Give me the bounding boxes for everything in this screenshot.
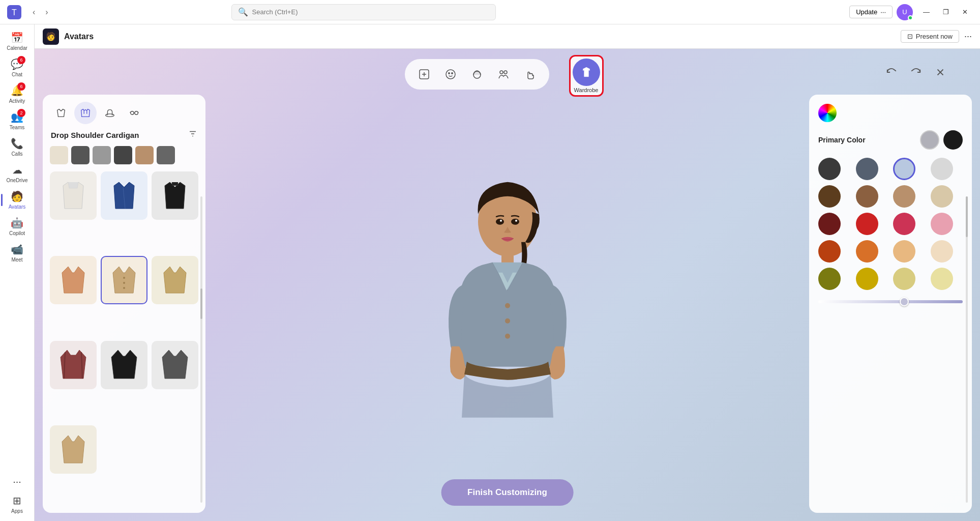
toolbar-hair[interactable] (466, 63, 488, 85)
svg-point-4 (448, 73, 449, 74)
sidebar-label-calendar: Calendar (7, 45, 27, 51)
sidebar-item-chat[interactable]: 💬 6 Chat (3, 55, 32, 80)
avatars-icon: 🧑 (11, 190, 23, 202)
toolbar-gesture[interactable] (519, 63, 541, 85)
wardrobe-tab-hat[interactable] (99, 102, 121, 124)
title-bar: T ‹ › 🔍 Update ··· U — ❐ ✕ (0, 0, 980, 24)
toolbar-avatar-select[interactable] (413, 63, 435, 85)
finish-customizing-button[interactable]: Finish Customizing (441, 479, 574, 506)
color-slate[interactable] (856, 158, 878, 180)
clothing-item-10[interactable] (50, 425, 97, 474)
minimize-button[interactable]: — (917, 6, 936, 18)
color-peach[interactable] (893, 240, 915, 263)
page-more-button[interactable]: ··· (964, 31, 972, 42)
color-crimson[interactable] (893, 213, 915, 235)
color-dark-brown[interactable] (818, 185, 841, 208)
wardrobe-tab-jacket[interactable] (74, 102, 97, 124)
panel-scrollbar[interactable] (966, 196, 968, 503)
edit-controls (882, 63, 949, 81)
wardrobe-header: Drop Shoulder Cardigan (43, 124, 205, 144)
color-light-peach[interactable] (931, 240, 953, 263)
sidebar-item-more[interactable]: ··· (3, 473, 32, 490)
content-area: 🧑 Avatars ⊡ Present now ··· (35, 24, 980, 521)
clothing-item-2[interactable] (101, 171, 147, 220)
color-light-gray[interactable] (931, 158, 953, 180)
strip-item-5[interactable] (135, 146, 154, 164)
clothing-item-4[interactable] (50, 256, 97, 304)
sidebar-label-calls: Calls (11, 151, 22, 157)
toolbar-face[interactable] (439, 63, 462, 85)
clothing-item-7[interactable] (50, 341, 97, 389)
clothing-item-5[interactable] (101, 256, 147, 304)
sidebar-item-avatars[interactable]: 🧑 Avatars (3, 187, 32, 213)
wardrobe-scrollbar[interactable] (200, 196, 202, 503)
undo-button[interactable] (882, 63, 901, 81)
onedrive-icon: ☁ (12, 164, 22, 176)
clothing-item-9[interactable] (152, 341, 198, 389)
panel-scrollbar-thumb[interactable] (966, 196, 968, 237)
sidebar-item-calendar[interactable]: 📅 Calendar (3, 28, 32, 54)
toolbar-wardrobe-button[interactable] (573, 59, 600, 86)
main-layout: 📅 Calendar 💬 6 Chat 🔔 6 Activity 👥 2 Tea… (0, 24, 980, 521)
color-tan[interactable] (931, 185, 953, 208)
color-pink[interactable] (931, 213, 953, 235)
swatch-gray[interactable] (920, 130, 939, 150)
sidebar-item-teams[interactable]: 👥 2 Teams (3, 108, 32, 133)
strip-item-1[interactable] (50, 146, 68, 164)
color-dark-yellow[interactable] (818, 268, 841, 290)
svg-text:T: T (12, 8, 17, 17)
clothing-item-6[interactable] (152, 256, 198, 304)
sidebar-item-activity[interactable]: 🔔 6 Activity (3, 81, 32, 107)
primary-color-label: Primary Color (818, 136, 866, 144)
color-cream[interactable] (931, 268, 953, 290)
clothing-item-8[interactable] (101, 341, 147, 389)
sidebar-item-calls[interactable]: 📞 Calls (3, 134, 32, 160)
update-button[interactable]: Update ··· (849, 6, 893, 18)
swatch-black[interactable] (943, 130, 963, 150)
wardrobe-tab-top[interactable] (50, 102, 72, 124)
window-controls: — ❐ ✕ (917, 6, 974, 18)
svg-point-28 (500, 220, 502, 222)
strip-item-2[interactable] (71, 146, 90, 164)
redo-button[interactable] (907, 63, 925, 81)
color-red[interactable] (856, 213, 878, 235)
svg-point-21 (123, 282, 125, 284)
maximize-button[interactable]: ❐ (937, 6, 955, 18)
more-dots-icon: ··· (880, 8, 886, 16)
app-logo: T (6, 4, 22, 20)
color-light-brown[interactable] (893, 185, 915, 208)
filter-button[interactable] (188, 129, 197, 141)
clothing-item-3[interactable] (152, 171, 198, 220)
toolbar-group[interactable] (492, 63, 515, 85)
color-orange[interactable] (856, 240, 878, 263)
search-input[interactable] (252, 8, 489, 16)
svg-point-3 (446, 70, 455, 79)
color-medium-brown[interactable] (856, 185, 878, 208)
color-yellow[interactable] (856, 268, 878, 290)
search-bar[interactable]: 🔍 (231, 4, 496, 20)
color-burnt-orange[interactable] (818, 240, 841, 263)
wardrobe-tab-glasses[interactable] (123, 102, 145, 124)
present-now-button[interactable]: ⊡ Present now (901, 30, 959, 43)
color-grid (818, 156, 963, 292)
workspace-close-button[interactable] (931, 63, 949, 81)
user-avatar[interactable]: U (897, 4, 913, 20)
color-light-yellow[interactable] (893, 268, 915, 290)
strip-item-6[interactable] (157, 146, 175, 164)
sidebar-item-meet[interactable]: 📹 Meet (3, 240, 32, 266)
strip-item-3[interactable] (93, 146, 111, 164)
color-dark-gray[interactable] (818, 158, 841, 180)
back-button[interactable]: ‹ (28, 6, 39, 19)
close-button[interactable]: ✕ (956, 6, 974, 18)
forward-button[interactable]: › (41, 6, 52, 19)
color-slider[interactable] (818, 300, 963, 303)
color-light-blue[interactable] (893, 158, 915, 180)
activity-icon: 🔔 6 (11, 84, 23, 97)
sidebar-item-onedrive[interactable]: ☁ OneDrive (3, 161, 32, 186)
wardrobe-scrollbar-thumb[interactable] (200, 288, 202, 319)
color-dark-red[interactable] (818, 213, 841, 235)
strip-item-4[interactable] (114, 146, 132, 164)
clothing-item-1[interactable] (50, 171, 97, 220)
sidebar-item-apps[interactable]: ⊞ Apps (3, 491, 32, 517)
sidebar-item-copilot[interactable]: 🤖 Copilot (3, 214, 32, 239)
